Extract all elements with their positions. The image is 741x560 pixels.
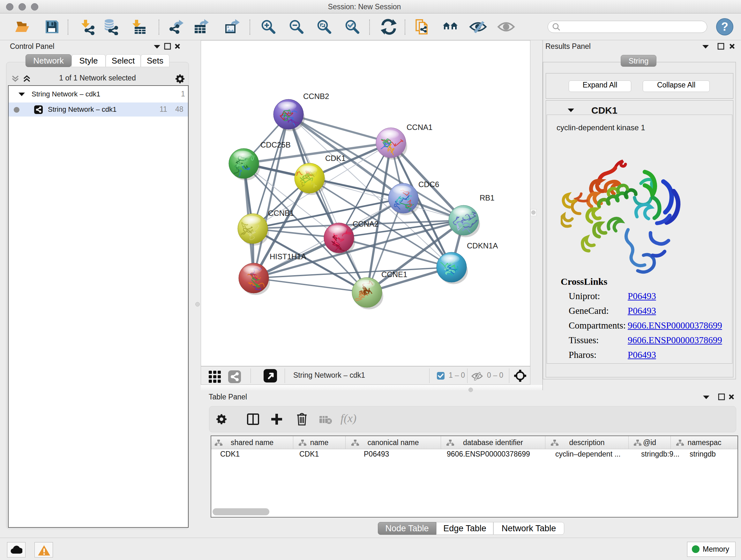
svg-text:CDC6: CDC6 [418, 180, 439, 189]
svg-text:?: ? [721, 20, 728, 33]
svg-text:CDKN1A: CDKN1A [467, 241, 498, 250]
svg-text:CDC25B: CDC25B [260, 140, 291, 149]
svg-text:CCNE1: CCNE1 [381, 270, 407, 279]
svg-text:CCNA1: CCNA1 [407, 123, 432, 132]
svg-text:CCNB1: CCNB1 [268, 209, 294, 217]
svg-text:CDK1: CDK1 [325, 154, 346, 163]
svg-text:HIST1H1A: HIST1H1A [270, 252, 307, 261]
svg-text:RB1: RB1 [480, 193, 495, 202]
svg-text:CCNB2: CCNB2 [303, 92, 329, 101]
svg-text:CCNA2: CCNA2 [353, 220, 379, 228]
